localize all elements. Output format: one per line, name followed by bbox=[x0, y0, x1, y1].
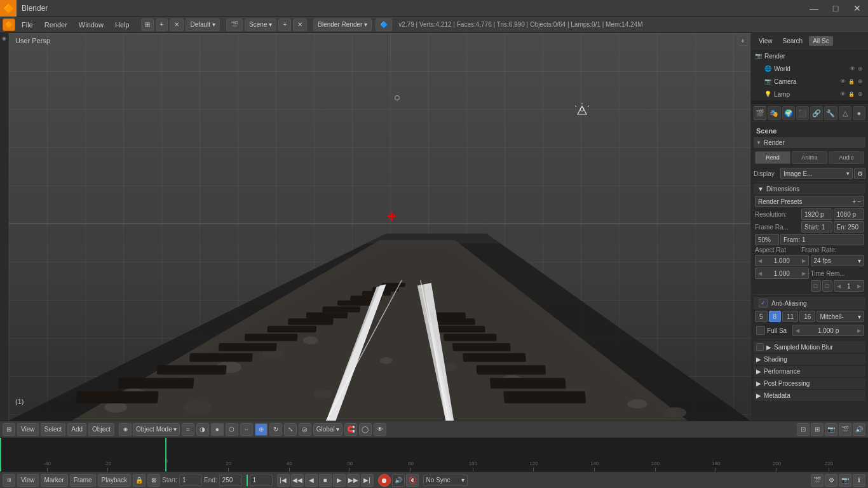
tab-search[interactable]: Search bbox=[779, 36, 807, 46]
vb-pivot-icon[interactable]: ◎ bbox=[299, 423, 311, 436]
resolution-y[interactable]: 1080 p bbox=[834, 208, 865, 220]
tree-item-world[interactable]: 🌐 World 👁 ⊕ bbox=[751, 62, 868, 75]
vb-overlay-4[interactable]: 🎬 bbox=[839, 423, 851, 436]
pb-current-frame[interactable]: 1 bbox=[250, 475, 273, 486]
vb-select[interactable]: Select bbox=[41, 423, 66, 436]
aa-btn-5[interactable]: 5 bbox=[755, 311, 768, 322]
subtab-anima[interactable]: Anima bbox=[792, 151, 827, 164]
pb-end-val[interactable]: 250 bbox=[219, 475, 242, 486]
aa-btn-8[interactable]: 8 bbox=[769, 311, 782, 322]
pb-lock-icon[interactable]: 🔒 bbox=[133, 474, 146, 487]
add-viewport-btn[interactable]: + bbox=[738, 36, 748, 46]
aa-checkbox[interactable]: ✓ bbox=[759, 299, 768, 308]
pb-mode-icon[interactable]: ⊞ bbox=[3, 474, 15, 487]
layout-select[interactable]: Default ▾ bbox=[186, 18, 220, 31]
vb-overlay-5[interactable]: 🔊 bbox=[853, 423, 865, 436]
preset-remove-icon[interactable]: − bbox=[857, 198, 861, 205]
frame-end[interactable]: En: 250 bbox=[834, 221, 865, 233]
pb-play-back[interactable]: ◀ bbox=[305, 474, 318, 487]
pb-jump-start[interactable]: |◀ bbox=[277, 474, 290, 487]
tree-item-lamp[interactable]: 💡 Lamp 👁 🔒 ⊕ bbox=[751, 88, 868, 100]
remove-scene-btn[interactable]: ✕ bbox=[293, 18, 307, 31]
preset-add-icon[interactable]: + bbox=[852, 198, 856, 205]
vb-manipulator[interactable]: ↔ bbox=[240, 423, 253, 436]
prop-icon-modifier[interactable]: 🔧 bbox=[824, 106, 837, 120]
timeline-ruler[interactable]: -40 -20 0 20 40 60 bbox=[0, 438, 868, 471]
pb-frame[interactable]: Frame bbox=[70, 474, 96, 487]
pb-marker[interactable]: Marker bbox=[41, 474, 68, 487]
sampled-motion-checkbox[interactable] bbox=[756, 343, 764, 351]
aspect-x[interactable]: ◀ 1.000 ▶ bbox=[755, 255, 809, 266]
vb-shading-1[interactable]: ○ bbox=[182, 423, 194, 436]
layout-icon-btn[interactable]: ⊞ bbox=[141, 18, 154, 31]
metadata-row[interactable]: ▶ Metadata bbox=[754, 390, 865, 401]
vb-scale-icon[interactable]: ⤡ bbox=[284, 423, 297, 436]
vb-snap-icon[interactable]: 🧲 bbox=[344, 423, 357, 436]
menu-render[interactable]: Render bbox=[39, 20, 72, 30]
pb-scene-icon[interactable]: 🎬 bbox=[811, 474, 824, 487]
vb-pivot-select[interactable]: Global ▾ bbox=[313, 423, 342, 436]
prop-icon-object[interactable]: ⬛ bbox=[796, 106, 809, 120]
shading-row[interactable]: ▶ Shading bbox=[754, 354, 865, 365]
vb-move-icon[interactable]: ⊕ bbox=[255, 423, 268, 436]
pb-render-icon[interactable]: 📷 bbox=[839, 474, 851, 487]
left-sidebar-icon[interactable]: ◉ bbox=[2, 36, 6, 41]
pb-mute[interactable]: 🔇 bbox=[406, 474, 419, 487]
vb-icon-engine[interactable]: ⊞ bbox=[3, 423, 15, 436]
vb-mode-select[interactable]: Object Mode ▾ bbox=[133, 423, 180, 436]
info-icon-btn[interactable]: 🔶 bbox=[3, 18, 15, 31]
aa-btn-16[interactable]: 16 bbox=[799, 311, 815, 322]
tree-eye-camera[interactable]: 👁 bbox=[839, 78, 846, 85]
pb-settings-icon[interactable]: ⚙ bbox=[825, 474, 837, 487]
vb-show-hide-icon[interactable]: 👁 bbox=[374, 423, 386, 436]
pb-sync-select[interactable]: No Sync ▾ bbox=[423, 475, 468, 486]
aa-filter-dropdown[interactable]: Mitchell- ▾ bbox=[817, 311, 864, 322]
prop-icon-scene[interactable]: 🎭 bbox=[768, 106, 780, 120]
render-section-header[interactable]: ▼ Render bbox=[754, 137, 865, 148]
tree-item-camera[interactable]: 📷 Camera 👁 🔒 ⊕ bbox=[751, 75, 868, 88]
vb-mode-icon[interactable]: ◉ bbox=[119, 423, 132, 436]
minimize-button[interactable]: — bbox=[803, 0, 825, 17]
pb-jump-end[interactable]: ▶| bbox=[361, 474, 374, 487]
prop-icon-world[interactable]: 🌍 bbox=[782, 106, 795, 120]
scene-icon-btn[interactable]: 🎬 bbox=[226, 18, 243, 31]
pb-step-fwd[interactable]: ▶▶ bbox=[347, 474, 360, 487]
vb-rotate-icon[interactable]: ↻ bbox=[269, 423, 282, 436]
menu-file[interactable]: File bbox=[17, 20, 38, 30]
pb-record[interactable]: ⏺ bbox=[378, 474, 391, 487]
menu-window[interactable]: Window bbox=[74, 20, 109, 30]
pb-stop[interactable]: ■ bbox=[319, 474, 332, 487]
post-processing-row[interactable]: ▶ Post Processing bbox=[754, 378, 865, 389]
prop-icon-constraint[interactable]: 🔗 bbox=[810, 106, 823, 120]
menu-help[interactable]: Help bbox=[110, 20, 135, 30]
frame-step[interactable]: Fram: 1 bbox=[780, 234, 864, 245]
scene-select[interactable]: Scene ▾ bbox=[245, 18, 276, 31]
add-layout-btn[interactable]: + bbox=[156, 18, 168, 31]
frame-start[interactable]: Start: 1 bbox=[801, 221, 832, 233]
vb-proportional-icon[interactable]: ◯ bbox=[359, 423, 372, 436]
vb-overlay-2[interactable]: ⊞ bbox=[811, 423, 824, 436]
maximize-button[interactable]: □ bbox=[825, 0, 846, 17]
time-toggle[interactable]: □ bbox=[811, 280, 821, 292]
render-presets-btn[interactable]: Render Presets + − bbox=[755, 196, 864, 207]
subtab-rend[interactable]: Rend bbox=[755, 151, 790, 164]
tree-item-render[interactable]: 📷 Render bbox=[751, 50, 868, 62]
time-val[interactable]: ◀ 1 ▶ bbox=[834, 280, 865, 292]
pb-lock-icon-2[interactable]: ⊠ bbox=[147, 474, 160, 487]
performance-row[interactable]: ▶ Performance bbox=[754, 366, 865, 377]
tab-view[interactable]: View bbox=[755, 36, 776, 46]
prop-icon-data[interactable]: △ bbox=[839, 106, 851, 120]
vb-view[interactable]: View bbox=[17, 423, 39, 436]
pb-start-val[interactable]: 1 bbox=[179, 475, 202, 486]
blender-icon-btn[interactable]: 🔷 bbox=[376, 18, 392, 31]
prop-icon-material[interactable]: ● bbox=[853, 106, 865, 120]
vb-overlay-3[interactable]: 📷 bbox=[825, 423, 837, 436]
aspect-y[interactable]: ◀ 1.000 ▶ bbox=[755, 268, 809, 279]
display-value[interactable]: Image E... ▾ bbox=[780, 168, 853, 179]
subtab-audio[interactable]: Audio bbox=[829, 151, 864, 164]
dimensions-title[interactable]: ▼ Dimensions bbox=[754, 184, 865, 194]
pb-playback[interactable]: Playback bbox=[98, 474, 132, 487]
pb-step-back[interactable]: ◀◀ bbox=[291, 474, 304, 487]
aa-title[interactable]: ✓ Anti-Aliasing bbox=[754, 297, 865, 309]
display-settings-btn[interactable]: ⚙ bbox=[854, 168, 865, 179]
